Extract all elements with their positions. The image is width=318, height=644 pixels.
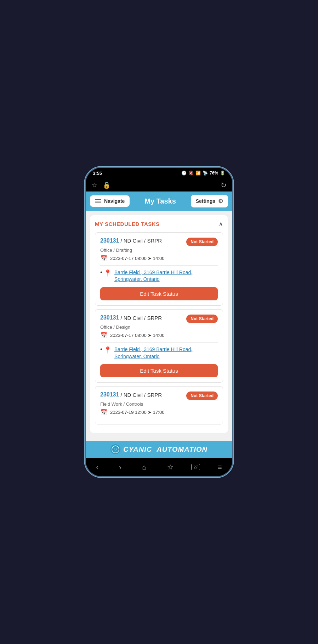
task-card: 230131 / ND Civil / SRPR Not Started Off… (95, 232, 223, 306)
calendar-icon: 📅 (100, 409, 107, 416)
status-badge: Not Started (186, 392, 218, 400)
navigate-label: Navigate (104, 198, 125, 204)
bottom-nav: ‹ › ⌂ ☆ 27 ≡ (86, 458, 232, 476)
task-id-link[interactable]: 230131 (100, 392, 119, 398)
status-bar: 3:55 🕐 🔇 📶 📡 76% 🔋 (86, 168, 232, 179)
task-time: 📅 2023-07-19 12:00 ➤ 17:00 (100, 409, 218, 416)
settings-button[interactable]: Settings ⚙ (191, 195, 228, 207)
footer-brand-name: CYANIC AUTOMATION (123, 445, 208, 454)
task-id-link[interactable]: 230131 (100, 315, 119, 321)
content-area: MY SCHEDULED TASKS ∧ 230131 / ND Civil /… (86, 211, 232, 441)
task-datetime: 2023-07-17 08:00 ➤ 14:00 (110, 256, 164, 261)
hamburger-icon (95, 199, 101, 203)
gear-icon: ⚙ (218, 198, 223, 205)
task-datetime: 2023-07-17 08:00 ➤ 14:00 (110, 333, 164, 338)
status-badge: Not Started (186, 315, 218, 323)
task-id-line: 230131 / ND Civil / SRPR (100, 315, 183, 321)
battery-icon: 🔋 (220, 171, 225, 176)
location-item: 📍 Barrie Field , 3169 Barrie Hill Road, … (100, 269, 218, 283)
location-link[interactable]: Barrie Field , 3169 Barrie Hill Road, Sp… (114, 269, 218, 283)
brand-italic: CYANIC (123, 445, 152, 453)
location-list: 📍 Barrie Field , 3169 Barrie Hill Road, … (100, 269, 218, 283)
task-category: Office / Drafting (100, 248, 218, 253)
settings-label: Settings (196, 198, 215, 204)
menu-button[interactable]: ≡ (215, 462, 225, 473)
battery-display: 76% (210, 171, 218, 176)
divider (100, 265, 218, 266)
star-browser-icon[interactable]: ☆ (91, 181, 97, 189)
task-time: 📅 2023-07-17 08:00 ➤ 14:00 (100, 332, 218, 339)
calendar-icon: 📅 (100, 332, 107, 339)
time-display: 3:55 (93, 171, 102, 176)
task-card: 230131 / ND Civil / SRPR Not Started Off… (95, 309, 223, 383)
browser-bar: ☆ 🔒 ↻ (86, 179, 232, 191)
calendar-icon: 📅 (100, 255, 107, 262)
mute-icon: 🔇 (188, 171, 194, 176)
app-header: Navigate My Tasks Settings ⚙ (86, 191, 232, 211)
section-title: MY SCHEDULED TASKS (95, 221, 160, 227)
home-button[interactable]: ⌂ (139, 462, 149, 473)
svg-point-1 (114, 448, 117, 450)
status-icons: 🕐 🔇 📶 📡 76% 🔋 (181, 171, 225, 176)
edit-task-status-button[interactable]: Edit Task Status (100, 364, 218, 377)
signal-icon: 📡 (203, 171, 208, 176)
edit-task-status-button[interactable]: Edit Task Status (100, 287, 218, 300)
cyanic-logo-icon (110, 444, 120, 454)
task-datetime: 2023-07-19 12:00 ➤ 17:00 (110, 410, 164, 415)
bookmarks-button[interactable]: ☆ (164, 461, 176, 473)
task-header: 230131 / ND Civil / SRPR Not Started (100, 238, 218, 246)
task-id-link[interactable]: 230131 (100, 238, 119, 244)
navigate-button[interactable]: Navigate (90, 195, 130, 207)
wifi-icon: 📶 (195, 171, 201, 176)
task-title-text: / ND Civil / SRPR (120, 315, 162, 321)
location-icon: 📍 (104, 346, 112, 354)
task-header: 230131 / ND Civil / SRPR Not Started (100, 315, 218, 323)
brand-suffix: AUTOMATION (157, 445, 208, 453)
reload-icon[interactable]: ↻ (221, 181, 227, 189)
alarm-icon: 🕐 (181, 171, 187, 176)
footer-bar: CYANIC AUTOMATION (86, 441, 232, 458)
tabs-button[interactable]: 27 (191, 464, 200, 470)
task-category: Field Work / Controls (100, 401, 218, 407)
divider (100, 342, 218, 343)
section-header: MY SCHEDULED TASKS ∧ (95, 220, 223, 228)
task-title-text: / ND Civil / SRPR (120, 238, 162, 244)
status-badge: Not Started (186, 238, 218, 246)
location-icon: 📍 (104, 269, 112, 277)
task-header: 230131 / ND Civil / SRPR Not Started (100, 392, 218, 400)
task-time: 📅 2023-07-17 08:00 ➤ 14:00 (100, 255, 218, 262)
chevron-up-icon[interactable]: ∧ (218, 220, 223, 228)
task-title-text: / ND Civil / SRPR (120, 392, 162, 398)
phone-frame: 3:55 🕐 🔇 📶 📡 76% 🔋 ☆ 🔒 ↻ Navigate My Tas… (85, 167, 233, 477)
browser-icons: ☆ 🔒 (91, 181, 110, 189)
location-list: 📍 Barrie Field , 3169 Barrie Hill Road, … (100, 346, 218, 360)
scheduled-tasks-section: MY SCHEDULED TASKS ∧ 230131 / ND Civil /… (90, 215, 228, 433)
forward-button[interactable]: › (116, 462, 124, 473)
location-item: 📍 Barrie Field , 3169 Barrie Hill Road, … (100, 346, 218, 360)
lock-icon[interactable]: 🔒 (103, 181, 110, 189)
header-title: My Tasks (144, 197, 176, 205)
task-id-line: 230131 / ND Civil / SRPR (100, 392, 183, 398)
task-id-line: 230131 / ND Civil / SRPR (100, 238, 183, 244)
task-card: 230131 / ND Civil / SRPR Not Started Fie… (95, 386, 223, 424)
task-category: Office / Design (100, 324, 218, 330)
location-link[interactable]: Barrie Field , 3169 Barrie Hill Road, Sp… (114, 346, 218, 360)
back-button[interactable]: ‹ (93, 462, 101, 473)
